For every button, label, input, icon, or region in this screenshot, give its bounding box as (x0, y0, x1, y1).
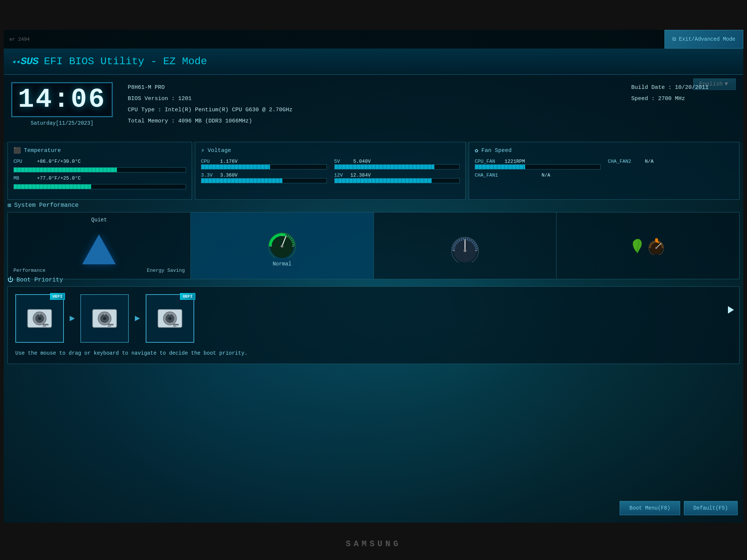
cpu-fan-bar (475, 164, 601, 169)
perf-balanced[interactable] (374, 212, 557, 279)
model-name: P8H61-M PRO (128, 82, 616, 93)
hdd-icon-2 (90, 304, 120, 333)
cha-fan2-row: CHA_FAN2 N/A (608, 159, 734, 164)
balanced-speedometer-icon (448, 229, 482, 262)
svg-point-17 (655, 247, 657, 249)
voltage-icon: ⚡ (201, 147, 205, 154)
fan-grid: CPU_FAN 1221RPM CHA_FAN2 N/A (475, 159, 734, 178)
turbo-icon-area (630, 236, 666, 255)
turbo-speedo-icon (647, 236, 666, 255)
svg-rect-24 (43, 326, 46, 327)
perf-quiet[interactable]: Quiet Performance Energy Saving (8, 212, 191, 279)
v5-bar (334, 164, 460, 169)
cpu-temp-label: CPU (13, 159, 28, 164)
uefi-badge-1: UEFI (50, 293, 65, 300)
temperature-title: ⬛ Temperature (13, 147, 186, 154)
temperature-icon: ⬛ (13, 147, 21, 154)
bottom-buttons: Boot Menu(F8) Default(F5) (620, 501, 738, 515)
exit-icon: ⧉ (672, 36, 676, 42)
default-button[interactable]: Default(F5) (684, 501, 738, 515)
boot-arrow-2: ► (134, 314, 140, 324)
svg-rect-23 (43, 324, 49, 325)
cpu-fan-row: CPU_FAN 1221RPM (475, 159, 601, 164)
boot-arrow-1: ► (69, 314, 75, 324)
performance-icon: ⊞ (7, 202, 11, 209)
voltage-grid: CPU 1.176V 3.3V 3.360V (201, 159, 460, 183)
mb-temp-bar (13, 184, 186, 189)
cpu-voltage-value: 1.176V (217, 159, 238, 164)
v5-voltage-col: 5V 5.040V 12V 12.384V (334, 159, 460, 183)
boot-section: ⏻ Boot Priority UEFI (7, 276, 740, 364)
svg-rect-38 (173, 326, 177, 327)
cpu-temp-row: CPU +86.0°F/+30.0°C (13, 159, 186, 164)
mouse-cursor (728, 306, 734, 314)
total-memory: Total Memory : 4096 MB (DDR3 1066MHz) (128, 116, 616, 127)
normal-label: Normal (273, 261, 291, 267)
build-date: Build Date : 10/20/2011 (631, 82, 736, 93)
cpu-temp-bar (13, 167, 186, 172)
performance-header: ⊞ System Performance (7, 202, 740, 209)
mb-temp-row: MB +77.0°F/+25.0°C (13, 175, 186, 181)
boot-menu-button[interactable]: Boot Menu(F8) (620, 501, 680, 515)
cpu-voltage-bar (201, 164, 327, 169)
perf-normal[interactable]: Normal (191, 212, 374, 279)
v33-bar (201, 178, 327, 183)
performance-section: ⊞ System Performance Quiet Performance E… (7, 202, 740, 279)
bios-title: EFI BIOS Utility - EZ Mode (44, 56, 207, 67)
system-info: P8H61-M PRO BIOS Version : 1201 CPU Type… (128, 82, 616, 127)
perf-bottom-labels: Performance Energy Saving (8, 268, 190, 273)
boot-drive-2[interactable] (80, 294, 129, 343)
right-system-info: Build Date : 10/20/2011 Speed : 2700 MHz (631, 82, 736, 105)
temperature-panel: ⬛ Temperature CPU +86.0°F/+30.0°C MB +77… (7, 142, 192, 200)
quiet-label: Quiet (91, 217, 107, 223)
hdd-icon-3 (155, 304, 185, 333)
performance-label: Performance (13, 268, 46, 273)
svg-rect-31 (108, 326, 111, 327)
monitoring-section: ⬛ Temperature CPU +86.0°F/+30.0°C MB +77… (7, 142, 740, 200)
v12-value: 12.384V (350, 172, 371, 178)
svg-point-22 (39, 314, 40, 315)
clock-date: Saturday[11/25/2023] (11, 120, 113, 126)
boot-drive-1[interactable]: UEFI (15, 294, 64, 343)
cha-fan1-value: N/A (502, 172, 550, 178)
cpu-temp-value: +86.0°F/+30.0°C (32, 159, 81, 164)
cha-fan1-label: CHA_FAN1 (475, 172, 498, 178)
mb-temp-label: MB (13, 175, 28, 181)
svg-point-29 (104, 314, 105, 315)
svg-point-28 (103, 317, 106, 320)
cha-fan1-row: CHA_FAN1 N/A (475, 172, 734, 178)
svg-point-21 (38, 317, 41, 320)
svg-point-35 (168, 317, 171, 320)
boot-title: Boot Priority (16, 277, 63, 283)
svg-point-36 (169, 314, 170, 315)
cpu-type: CPU Type : Intel(R) Pentium(R) CPU G630 … (128, 105, 616, 116)
bios-version: BIOS Version : 1201 (128, 93, 616, 105)
fan-top-row: CPU_FAN 1221RPM CHA_FAN2 N/A (475, 159, 734, 169)
v5-voltage-row: 5V 5.040V (334, 159, 460, 164)
cpu-fan-label: CPU_FAN (475, 159, 495, 164)
leaf-icon (630, 236, 645, 255)
top-bar: er 2494 ⧉ Exit/Advanced Mode (4, 30, 743, 49)
cha-fan2-label: CHA_FAN2 (608, 159, 631, 164)
voltage-panel: ⚡ Voltage CPU 1.176V 3.3V (195, 142, 466, 200)
uefi-badge-3: UEFI (180, 293, 195, 300)
cpu-voltage-row: CPU 1.176V (201, 159, 327, 164)
exit-advanced-button[interactable]: ⧉ Exit/Advanced Mode (664, 30, 743, 49)
perf-turbo[interactable] (557, 212, 739, 279)
cpu-voltage-label: CPU (201, 159, 214, 164)
cpu-fan-col: CPU_FAN 1221RPM (475, 159, 601, 169)
v5-value: 5.040V (350, 159, 371, 164)
mb-temp-value: +77.0°F/+25.0°C (32, 175, 81, 181)
normal-speedometer-icon (265, 224, 299, 258)
v12-bar (334, 178, 460, 183)
svg-rect-37 (173, 324, 179, 325)
boot-drive-3[interactable]: UEFI (146, 294, 194, 343)
svg-point-3 (281, 245, 283, 248)
svg-point-10 (464, 249, 466, 252)
v33-value: 3.360V (217, 172, 238, 178)
cpu-voltage-col: CPU 1.176V 3.3V 3.360V (201, 159, 327, 183)
boot-container: UEFI ► (7, 286, 740, 364)
v33-voltage-row: 3.3V 3.360V (201, 172, 327, 178)
boot-header: ⏻ Boot Priority (7, 276, 740, 283)
fan-panel: ✿ Fan Speed CPU_FAN 1221RPM (469, 142, 740, 200)
